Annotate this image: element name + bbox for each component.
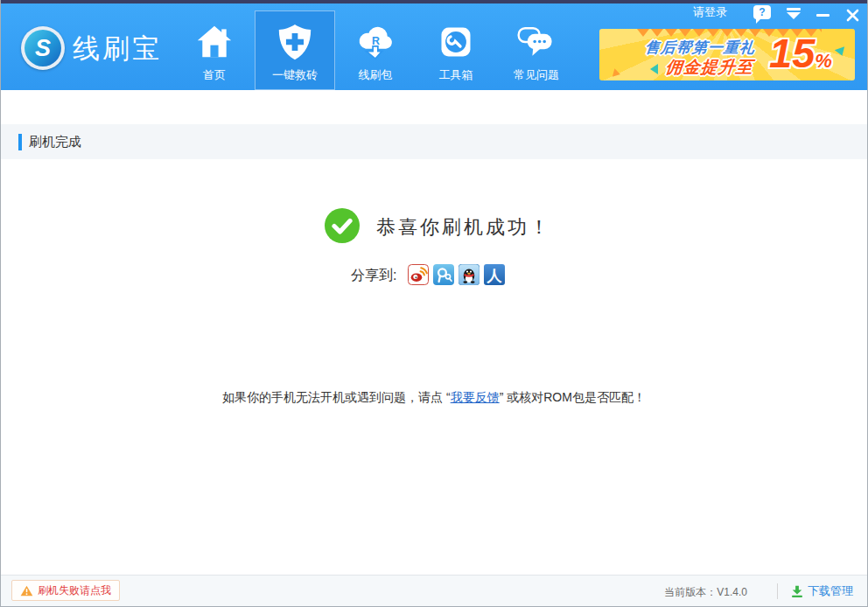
renren-glyph: 人: [486, 268, 503, 284]
shield-plus-icon: [275, 21, 315, 63]
banner-triangle-decor: [835, 46, 847, 58]
section-title: 刷机完成: [29, 134, 81, 150]
notice-prefix: 如果你的手机无法开机或遇到问题，请点 “: [222, 390, 451, 404]
footer-bar: 刷机失败请点我 当前版本：V1.4.0 下载管理: [1, 575, 867, 606]
login-link[interactable]: 请登录: [693, 4, 727, 20]
footer-divider: [777, 583, 778, 599]
share-row: 分享到:: [351, 264, 505, 285]
tencent-weibo-icon[interactable]: [433, 264, 454, 285]
help-icon[interactable]: ?: [753, 5, 771, 19]
app-window: S 线刷宝 请登录 ? 首页: [0, 0, 868, 607]
app-header: S 线刷宝 请登录 ? 首页: [1, 3, 867, 90]
nav-label: 常见问题: [514, 67, 559, 83]
flash-failed-label: 刷机失败请点我: [38, 583, 111, 598]
banner-triangle-decor: [650, 64, 658, 74]
download-manager-button[interactable]: 下载管理: [791, 583, 853, 599]
cloud-letter: R: [372, 35, 380, 47]
banner-line1: 售后帮第一重礼: [644, 38, 756, 58]
home-icon: [195, 21, 234, 63]
promo-banner[interactable]: 售后帮第一重礼 佣金提升至 15%: [599, 29, 855, 80]
warning-icon: [20, 585, 33, 597]
banner-line2: 佣金提升至: [665, 56, 755, 79]
nav-item-faq[interactable]: 常见问题: [496, 10, 577, 90]
sina-weibo-icon[interactable]: [408, 264, 429, 285]
collapse-arrow-icon[interactable]: [787, 8, 801, 19]
nav-label: 首页: [203, 67, 226, 83]
version-label: 当前版本：V1.4.0: [664, 585, 747, 600]
faq-chat-icon: [515, 21, 557, 63]
nav-label: 一键救砖: [272, 67, 318, 83]
nav-item-home[interactable]: 首页: [174, 10, 255, 90]
qq-icon[interactable]: [458, 264, 480, 285]
close-icon[interactable]: [846, 9, 859, 25]
app-title: 线刷宝: [73, 31, 162, 67]
banner-triangle-decor: [612, 68, 621, 79]
nav-item-rom-packages[interactable]: R 线刷包: [335, 10, 416, 90]
logo-ball-icon: S: [21, 26, 65, 70]
renren-icon[interactable]: 人: [484, 264, 505, 285]
nav-label: 工具箱: [439, 67, 473, 83]
section-accent-bar: [18, 134, 22, 150]
download-icon: [791, 585, 803, 597]
success-check-icon: [325, 208, 360, 243]
main-nav: 首页 一键救砖 R: [174, 10, 577, 90]
minimize-icon[interactable]: [816, 14, 830, 17]
banner-percent: 15%: [769, 29, 832, 80]
notice-suffix: ” 或核对ROM包是否匹配！: [500, 390, 646, 404]
share-label: 分享到:: [351, 267, 396, 285]
notice-text: 如果你的手机无法开机或遇到问题，请点 “我要反馈” 或核对ROM包是否匹配！: [1, 390, 867, 406]
app-logo: S 线刷宝: [21, 26, 162, 70]
nav-item-one-key-rescue[interactable]: 一键救砖: [255, 10, 335, 90]
section-header: 刷机完成: [1, 124, 867, 159]
flash-failed-button[interactable]: 刷机失败请点我: [11, 580, 120, 601]
feedback-link[interactable]: 我要反馈: [451, 390, 500, 404]
nav-label: 线刷包: [359, 67, 393, 83]
nav-item-toolbox[interactable]: 工具箱: [416, 10, 496, 90]
logo-letter: S: [24, 30, 61, 66]
success-message: 恭喜你刷机成功！: [376, 214, 551, 241]
download-manager-label: 下载管理: [808, 583, 853, 599]
cloud-rom-icon: R: [355, 21, 396, 63]
toolbox-icon: [437, 21, 475, 63]
